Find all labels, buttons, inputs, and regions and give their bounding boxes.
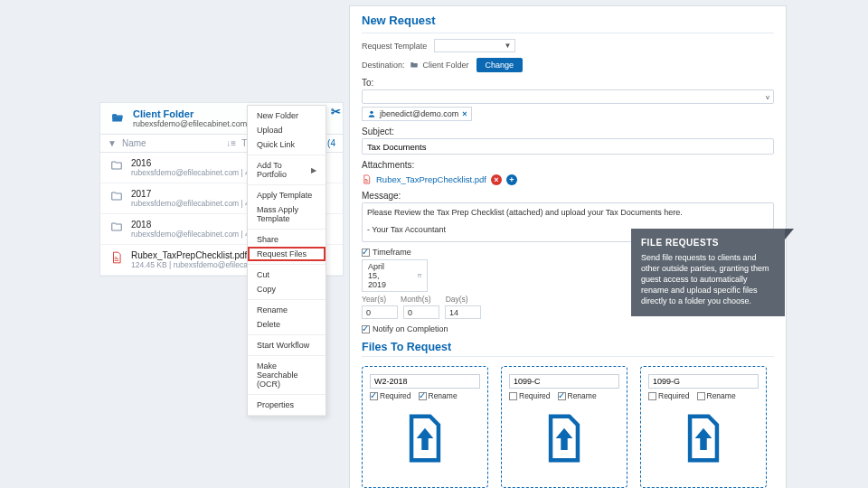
menu-item-properties[interactable]: Properties <box>248 398 326 412</box>
pdf-icon <box>109 251 124 264</box>
menu-item-new-folder[interactable]: New Folder <box>248 108 326 123</box>
destination-folder: Client Folder <box>423 61 469 70</box>
add-attachment-icon[interactable]: + <box>506 174 517 185</box>
required-checkbox[interactable] <box>370 392 378 400</box>
folder-icon <box>109 159 124 172</box>
notify-checkbox[interactable] <box>362 325 370 333</box>
files-to-request-title: Files To Request <box>362 341 774 357</box>
menu-item-quick-link[interactable]: Quick Link <box>248 137 326 152</box>
menu-item-add-to-portfolio[interactable]: Add To Portfolio▶ <box>248 158 326 182</box>
subject-input[interactable] <box>362 138 774 155</box>
message-label: Message: <box>362 191 401 201</box>
upload-icon <box>682 413 725 464</box>
to-label: To: <box>362 78 373 88</box>
timeframe-checkbox[interactable] <box>362 249 370 257</box>
months-label: Month(s) <box>401 295 431 304</box>
template-select[interactable]: ▼ <box>434 39 515 52</box>
callout-body: Send file requests to clients and other … <box>641 252 775 307</box>
scissors-icon[interactable]: ✂ <box>331 105 341 118</box>
template-label: Request Template <box>362 42 427 51</box>
menu-item-rename[interactable]: Rename <box>248 303 326 317</box>
years-input[interactable]: 0 <box>362 305 398 319</box>
folder-subtitle: rubexsfdemo@efilecabinet.com | 4 <box>133 119 259 128</box>
chevron-right-icon: ▶ <box>311 166 316 174</box>
destination-label: Destination: <box>362 61 405 70</box>
pdf-icon <box>362 174 372 185</box>
remove-tag-icon[interactable]: × <box>462 109 467 118</box>
months-input[interactable]: 0 <box>403 305 439 319</box>
change-button[interactable]: Change <box>476 58 524 72</box>
rename-option[interactable]: Rename <box>419 391 458 400</box>
file-request-card[interactable]: Required Rename <box>362 366 488 488</box>
date-value: April 15, 2019 <box>368 262 391 289</box>
folder-icon <box>109 190 124 202</box>
count-paren: (4 <box>327 138 335 148</box>
upload-icon <box>403 413 447 464</box>
required-option[interactable]: Required <box>648 391 690 400</box>
column-name[interactable]: Name <box>122 138 146 148</box>
attachment-name[interactable]: Rubex_TaxPrepChecklist.pdf <box>376 174 486 184</box>
required-checkbox[interactable] <box>509 392 517 400</box>
required-checkbox[interactable] <box>648 392 656 400</box>
menu-item-upload[interactable]: Upload <box>248 123 326 137</box>
file-name-input[interactable] <box>648 374 759 389</box>
days-label: Day(s) <box>446 295 468 304</box>
file-name-input[interactable] <box>370 374 480 389</box>
recipient-tag[interactable]: jbenedict@demo.com × <box>362 107 472 121</box>
panel-title: New Request <box>362 12 774 33</box>
calendar-icon[interactable] <box>418 271 421 280</box>
attachments-label: Attachments: <box>362 160 414 170</box>
user-icon <box>367 109 376 118</box>
file-request-card[interactable]: Required Rename <box>640 366 767 488</box>
menu-item-make-searchable-ocr-[interactable]: Make Searchable (OCR) <box>248 359 326 391</box>
message-line1: Please Review the Tax Prep Checklist (at… <box>367 207 769 219</box>
rename-checkbox[interactable] <box>697 392 705 400</box>
destination-chip: Client Folder <box>409 61 469 70</box>
menu-item-mass-apply-template[interactable]: Mass Apply Template <box>248 202 326 226</box>
file-name-input[interactable] <box>509 374 619 389</box>
remove-attachment-icon[interactable]: × <box>491 174 502 185</box>
menu-item-start-workflow[interactable]: Start Workflow <box>248 338 326 352</box>
menu-item-share[interactable]: Share <box>248 232 326 247</box>
recipient-email: jbenedict@demo.com <box>380 109 458 118</box>
menu-item-delete[interactable]: Delete <box>248 317 326 332</box>
required-option[interactable]: Required <box>370 391 411 400</box>
rename-checkbox[interactable] <box>419 392 427 400</box>
info-callout: FILE REQUESTS Send file requests to clie… <box>631 229 785 316</box>
callout-title: FILE REQUESTS <box>641 237 775 249</box>
notify-label: Notify on Completion <box>373 324 448 333</box>
required-option[interactable]: Required <box>509 391 551 400</box>
menu-item-copy[interactable]: Copy <box>248 282 326 296</box>
sort-icon[interactable]: ↓≡ <box>226 138 236 148</box>
rename-option[interactable]: Rename <box>558 391 597 400</box>
menu-item-cut[interactable]: Cut <box>248 267 326 282</box>
rename-checkbox[interactable] <box>558 392 566 400</box>
folder-title: Client Folder <box>133 108 259 119</box>
date-input[interactable]: April 15, 2019 <box>362 259 428 292</box>
folder-open-icon <box>109 112 126 125</box>
upload-icon <box>542 413 586 464</box>
timeframe-label: Timeframe <box>373 248 411 257</box>
folder-mini-icon <box>409 61 420 70</box>
menu-item-request-files[interactable]: Request Files <box>248 247 326 261</box>
file-request-card[interactable]: Required Rename <box>501 366 627 488</box>
chevron-down-icon: v <box>766 93 769 101</box>
filter-icon[interactable]: ▼ <box>108 138 117 148</box>
menu-item-apply-template[interactable]: Apply Template <box>248 188 326 202</box>
folder-icon <box>109 221 124 233</box>
context-menu: New FolderUploadQuick LinkAdd To Portfol… <box>247 105 326 417</box>
to-select[interactable]: v <box>362 89 774 104</box>
years-label: Year(s) <box>362 295 386 304</box>
rename-option[interactable]: Rename <box>697 391 736 400</box>
days-input[interactable]: 14 <box>445 305 481 319</box>
subject-label: Subject: <box>362 127 394 136</box>
